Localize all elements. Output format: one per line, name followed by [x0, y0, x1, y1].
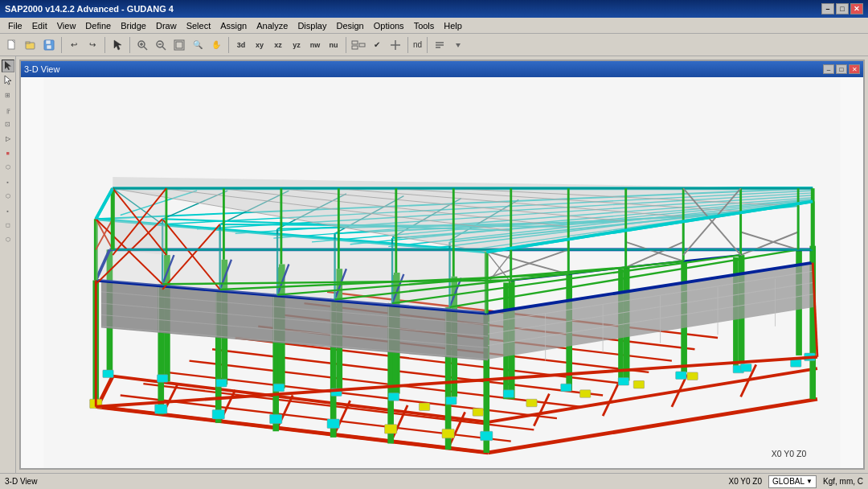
toolbar-3d[interactable]: 3d	[232, 36, 250, 54]
title-bar-buttons: – □ ✕	[821, 3, 863, 14]
toolbar-nw[interactable]: nw	[306, 36, 324, 54]
svg-rect-167	[216, 379, 227, 387]
toolbar-dropdown[interactable]	[449, 36, 467, 54]
left-tool-7[interactable]: ▪	[2, 175, 14, 188]
toolbar-more[interactable]	[431, 36, 448, 54]
menu-options[interactable]: Options	[369, 20, 409, 31]
coordinate-system-dropdown[interactable]: GLOBAL ▼	[768, 475, 817, 488]
svg-rect-17	[352, 46, 358, 49]
toolbar-check[interactable]: ✔	[368, 36, 386, 54]
menu-analyze[interactable]: Analyze	[252, 20, 293, 31]
toolbar-sep-7	[427, 37, 428, 53]
toolbar-zoom-out[interactable]	[152, 36, 170, 54]
toolbar-undo[interactable]: ↩	[65, 36, 83, 54]
svg-marker-6	[114, 40, 121, 50]
minimize-button[interactable]: –	[821, 3, 834, 14]
toolbar-new[interactable]	[3, 36, 21, 54]
svg-line-12	[162, 47, 166, 50]
left-tool-reshape[interactable]	[2, 74, 14, 87]
left-tool-10[interactable]: ◻	[2, 219, 14, 232]
left-tool-8[interactable]: ⬡	[2, 190, 14, 203]
svg-rect-5	[47, 45, 51, 49]
left-tool-2[interactable]: ╔	[2, 103, 14, 116]
app-title: SAP2000 v14.2.2 Advanced - GUDANG 4	[5, 4, 174, 14]
svg-rect-165	[481, 431, 493, 440]
menu-file[interactable]: File	[3, 20, 27, 31]
left-tool-3[interactable]: ⊡	[2, 117, 14, 130]
left-tool-5[interactable]: ■	[2, 146, 14, 159]
toolbar: ↩ ↪ 🔍 ✋ 3d xy xz yz nw nu ✔ nd	[0, 34, 868, 56]
toolbar-save[interactable]	[40, 36, 58, 54]
svg-rect-180	[473, 409, 483, 417]
svg-line-8	[144, 47, 147, 50]
left-toolbar: ⊞ ╔ ⊡ ▷ ■ ⬡ ▪ ⬡ ▪ ◻ ⬡	[0, 56, 16, 473]
left-tool-pointer[interactable]	[2, 60, 14, 72]
coordinate-system-label: GLOBAL	[772, 477, 805, 486]
toolbar-sep-4	[228, 37, 229, 53]
toolbar-nd-label: nd	[411, 40, 424, 49]
svg-rect-171	[446, 397, 457, 405]
menu-define[interactable]: Define	[80, 20, 116, 31]
toolbar-zoom-window[interactable]: 🔍	[189, 36, 207, 54]
menu-edit[interactable]: Edit	[27, 20, 52, 31]
status-bar: 3-D View X0 Y0 Z0 GLOBAL ▼ Kgf, mm, C	[0, 473, 868, 489]
svg-rect-166	[158, 375, 168, 383]
toolbar-set-elements[interactable]	[350, 36, 367, 54]
toolbar-open[interactable]	[22, 36, 39, 54]
toolbar-xy[interactable]: xy	[251, 36, 268, 54]
svg-marker-26	[5, 76, 11, 84]
maximize-button[interactable]: □	[836, 3, 849, 14]
toolbar-sep-5	[346, 37, 346, 53]
toolbar-nu[interactable]: nu	[325, 36, 342, 54]
dropdown-arrow-icon: ▼	[806, 478, 813, 485]
toolbar-sep-6	[407, 37, 408, 53]
menu-help[interactable]: Help	[439, 20, 467, 31]
view-maximize-button[interactable]: □	[836, 64, 847, 74]
left-tool-6[interactable]: ⬡	[2, 161, 14, 174]
view-title-bar: 3-D View – □ ✕	[21, 61, 863, 77]
toolbar-xz[interactable]: xz	[269, 36, 287, 54]
status-units: Kgf, mm, C	[823, 477, 863, 486]
toolbar-zoom-all[interactable]	[170, 36, 188, 54]
menu-bridge[interactable]: Bridge	[116, 20, 151, 31]
svg-rect-159	[155, 405, 167, 413]
menu-design[interactable]: Design	[331, 20, 368, 31]
svg-rect-183	[633, 380, 644, 388]
menu-assign[interactable]: Assign	[215, 20, 252, 31]
menu-view[interactable]: View	[52, 20, 81, 31]
view-title: 3-D View	[24, 64, 59, 74]
left-tool-1[interactable]: ⊞	[2, 88, 14, 101]
view-close-button[interactable]: ✕	[849, 64, 860, 74]
svg-rect-178	[103, 370, 113, 378]
toolbar-yz[interactable]: yz	[288, 36, 305, 54]
left-tool-4[interactable]: ▷	[2, 132, 14, 145]
left-tool-9[interactable]: ▪	[2, 204, 14, 217]
title-bar: SAP2000 v14.2.2 Advanced - GUDANG 4 – □ …	[0, 0, 868, 18]
svg-rect-184	[687, 372, 698, 380]
menu-select[interactable]: Select	[182, 20, 216, 31]
3d-view-window: 3-D View – □ ✕	[19, 60, 865, 470]
svg-rect-18	[359, 43, 365, 47]
menu-tools[interactable]: Tools	[409, 20, 440, 31]
left-tool-11[interactable]: ⬡	[2, 233, 14, 246]
svg-marker-25	[5, 61, 11, 70]
svg-rect-161	[270, 414, 282, 423]
svg-rect-179	[419, 403, 429, 411]
toolbar-zoom-in[interactable]	[133, 36, 151, 54]
toolbar-arrows[interactable]	[387, 36, 404, 54]
view-minimize-button[interactable]: –	[823, 64, 834, 74]
toolbar-sep-2	[104, 37, 105, 53]
model-canvas[interactable]: X0 Y0 Z0	[21, 77, 863, 468]
svg-rect-15	[176, 42, 182, 48]
svg-rect-4	[46, 40, 51, 44]
svg-rect-170	[388, 393, 399, 401]
menu-draw[interactable]: Draw	[151, 20, 182, 31]
close-button[interactable]: ✕	[850, 3, 863, 14]
toolbar-redo[interactable]: ↪	[84, 36, 101, 54]
toolbar-pointer[interactable]	[108, 36, 126, 54]
menu-display[interactable]: Display	[293, 20, 331, 31]
svg-rect-164	[442, 429, 454, 438]
svg-rect-2	[26, 42, 30, 43]
status-xyz: X0 Y0 Z0	[729, 477, 763, 486]
toolbar-pan[interactable]: ✋	[207, 36, 225, 54]
